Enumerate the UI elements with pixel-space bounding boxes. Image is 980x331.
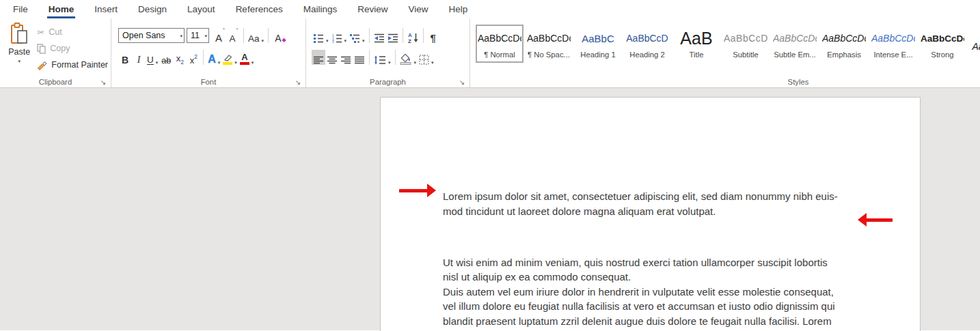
- tab-references[interactable]: References: [234, 0, 284, 18]
- bullets-button[interactable]: ▾: [312, 28, 330, 43]
- increase-indent-button[interactable]: [386, 28, 400, 43]
- style-intense-emphasis[interactable]: AaBbCcDc Intense E...: [869, 25, 917, 63]
- align-center-button[interactable]: [325, 50, 339, 65]
- align-right-icon: [340, 56, 351, 65]
- separator: [423, 28, 424, 43]
- document-page[interactable]: Lorem ipsum dolor sit amet, consectetuer…: [380, 97, 921, 331]
- annotation-arrow-pointing-right: [399, 184, 436, 197]
- clipboard-small-buttons: ✂ Cut Copy Format Painter: [37, 24, 108, 75]
- separator: [268, 28, 269, 43]
- font-color-button[interactable]: A ▾: [239, 50, 256, 65]
- align-left-icon: [313, 56, 324, 65]
- paste-button[interactable]: Paste ▾: [7, 23, 31, 75]
- font-row-2: B I U ▾ ab x2 x2 A ▾: [118, 49, 301, 66]
- multilevel-list-icon: [349, 33, 360, 43]
- style-normal[interactable]: AaBbCcDc ¶ Normal: [476, 25, 523, 63]
- style-strong[interactable]: AaBbCcDc Strong: [918, 25, 966, 63]
- shading-button[interactable]: ▾: [398, 50, 418, 65]
- style-heading-1[interactable]: AaBbC Heading 1: [574, 25, 622, 63]
- tab-layout[interactable]: Layout: [186, 0, 217, 18]
- font-dialog-launcher[interactable]: ↘: [294, 78, 302, 86]
- group-styles: AaBbCcDc ¶ Normal AaBbCcDc ¶ No Spac... …: [470, 18, 980, 87]
- style-no-spacing[interactable]: AaBbCcDc ¶ No Spac...: [525, 25, 573, 63]
- separator: [369, 28, 370, 43]
- justify-button[interactable]: [353, 50, 366, 65]
- decrease-indent-icon: [374, 33, 385, 43]
- style-subtitle[interactable]: AaBbCcD Subtitle: [722, 25, 770, 63]
- underline-button[interactable]: U ▾: [146, 50, 159, 65]
- copy-button[interactable]: Copy: [37, 40, 108, 57]
- chevron-down-icon: ▾: [414, 60, 417, 65]
- paragraph-1: Lorem ipsum dolor sit amet, consectetuer…: [443, 189, 839, 218]
- document-text[interactable]: Lorem ipsum dolor sit amet, consectetuer…: [443, 160, 839, 331]
- font-name-combobox[interactable]: Open Sans ▾: [118, 28, 185, 43]
- chevron-down-icon: ▾: [431, 60, 434, 65]
- show-hide-marks-button[interactable]: ¶: [426, 28, 440, 43]
- separator: [403, 28, 403, 43]
- font-group-label: Font: [111, 78, 305, 86]
- style-title[interactable]: AaB Title: [672, 25, 720, 63]
- tab-view[interactable]: View: [407, 0, 429, 18]
- svg-text:3: 3: [332, 40, 334, 43]
- arrow-shaft: [399, 189, 428, 192]
- clipboard-group-label: Clipboard: [0, 78, 111, 86]
- styles-gallery: AaBbCcDc ¶ Normal AaBbCcDc ¶ No Spac... …: [476, 25, 980, 63]
- grow-font-button[interactable]: A ˆ: [213, 28, 227, 43]
- subscript-button[interactable]: x2: [173, 50, 187, 65]
- text-highlight-button[interactable]: ▾: [221, 50, 239, 65]
- font-size-combobox[interactable]: 11 ▾: [187, 28, 209, 43]
- paragraph-row-2: ▾ ▾ ▾: [312, 49, 465, 66]
- change-case-button[interactable]: Aa ▾: [247, 28, 265, 43]
- line-spacing-button[interactable]: ▾: [372, 50, 392, 65]
- clipboard-dialog-launcher[interactable]: ↘: [99, 78, 107, 86]
- superscript-button[interactable]: x2: [187, 50, 200, 65]
- tab-design[interactable]: Design: [137, 0, 168, 18]
- bullet-list-icon: [313, 33, 324, 43]
- shrink-font-button[interactable]: A ˇ: [227, 28, 241, 43]
- align-left-button[interactable]: [312, 50, 325, 65]
- tab-review[interactable]: Review: [356, 0, 389, 18]
- style-heading-2[interactable]: AaBbCcD Heading 2: [623, 25, 671, 63]
- borders-button[interactable]: ▾: [418, 50, 435, 65]
- numbering-button[interactable]: 1 2 3 ▾: [330, 28, 349, 43]
- decrease-indent-button[interactable]: [372, 28, 386, 43]
- sort-button[interactable]: A Z: [406, 28, 420, 43]
- paragraph-dialog-launcher[interactable]: ↘: [458, 78, 466, 86]
- copy-label: Copy: [50, 44, 70, 53]
- style-partial[interactable]: Aa: [968, 25, 980, 63]
- strikethrough-button[interactable]: ab: [159, 50, 173, 65]
- sort-icon: A Z: [407, 32, 419, 43]
- chevron-down-icon: ▾: [177, 33, 182, 38]
- text-effects-button[interactable]: A ▾: [206, 50, 221, 65]
- clear-formatting-button[interactable]: A ◆: [271, 28, 285, 43]
- align-right-button[interactable]: [339, 50, 353, 65]
- format-painter-button[interactable]: Format Painter: [37, 57, 108, 73]
- paste-label: Paste: [8, 47, 30, 57]
- font-row-1: Open Sans ▾ 11 ▾ A ˆ A ˇ Aa ▾: [118, 27, 301, 44]
- justify-icon: [354, 56, 365, 65]
- tab-help[interactable]: Help: [448, 0, 469, 18]
- annotation-arrow-pointing-left: [858, 213, 893, 227]
- tab-file[interactable]: File: [12, 0, 29, 18]
- multilevel-list-button[interactable]: ▾: [348, 28, 366, 43]
- style-emphasis[interactable]: AaBbCcDc Emphasis: [820, 25, 868, 63]
- pilcrow-icon: ¶: [430, 33, 435, 43]
- style-subtle-emphasis[interactable]: AaBbCcDc Subtle Em...: [771, 25, 819, 63]
- ribbon: Paste ▾ ✂ Cut Copy: [0, 18, 980, 88]
- clipboard-icon: [10, 23, 28, 44]
- group-clipboard: Paste ▾ ✂ Cut Copy: [0, 18, 111, 87]
- italic-button[interactable]: I: [132, 50, 146, 65]
- bold-button[interactable]: B: [118, 50, 132, 65]
- tab-mailings[interactable]: Mailings: [302, 0, 339, 18]
- chevron-down-icon: ▾: [156, 60, 159, 65]
- document-area: Lorem ipsum dolor sit amet, consectetuer…: [0, 88, 980, 330]
- arrow-shaft: [866, 218, 893, 222]
- word-window: File Home Insert Design Layout Reference…: [0, 0, 980, 330]
- tab-home[interactable]: Home: [47, 0, 76, 18]
- separator: [395, 50, 396, 65]
- align-center-icon: [327, 56, 338, 65]
- line-spacing-icon: [374, 55, 386, 65]
- eraser-icon: ◆: [282, 38, 286, 43]
- cut-button[interactable]: ✂ Cut: [37, 24, 108, 40]
- tab-insert[interactable]: Insert: [93, 0, 119, 18]
